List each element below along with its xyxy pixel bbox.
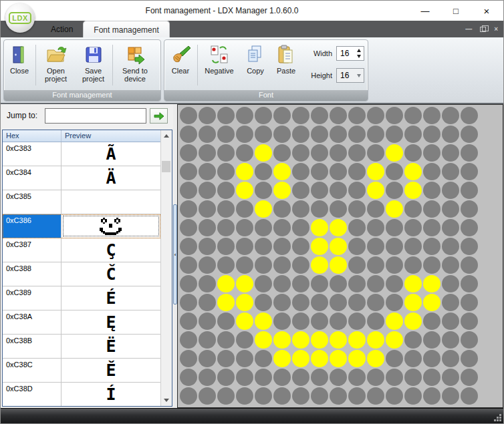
close-button[interactable]: Close [4, 41, 35, 91]
scrollbar-up-button[interactable] [161, 130, 172, 142]
led-dot-off[interactable] [292, 219, 309, 236]
led-dot-off[interactable] [217, 219, 235, 236]
led-dot-on[interactable] [348, 331, 366, 349]
led-dot-off[interactable] [199, 387, 216, 405]
led-dot-off[interactable] [348, 219, 366, 236]
led-dot-off[interactable] [461, 275, 478, 292]
led-dot-off[interactable] [404, 200, 422, 218]
led-dot-on[interactable] [292, 350, 309, 367]
led-dot-off[interactable] [404, 350, 422, 367]
led-dot-off[interactable] [217, 350, 235, 367]
led-dot-on[interactable] [217, 294, 235, 311]
led-dot-off[interactable] [255, 350, 272, 367]
led-dot-off[interactable] [255, 182, 272, 199]
led-dot-off[interactable] [423, 182, 440, 199]
led-dot-off[interactable] [236, 144, 253, 162]
led-dot-off[interactable] [217, 182, 235, 199]
led-dot-off[interactable] [255, 219, 272, 236]
led-dot-off[interactable] [273, 275, 291, 292]
led-dot-off[interactable] [348, 163, 366, 180]
led-dot-off[interactable] [348, 182, 366, 199]
led-dot-off[interactable] [180, 163, 197, 180]
led-dot-off[interactable] [461, 219, 478, 236]
led-dot-on[interactable] [273, 331, 291, 349]
preview-cell[interactable]: Í [61, 383, 160, 406]
led-dot-on[interactable] [404, 312, 422, 330]
preview-cell[interactable]: Ę [61, 310, 160, 334]
led-dot-off[interactable] [199, 144, 216, 162]
open-project-button[interactable]: Open project [37, 41, 75, 91]
led-dot-off[interactable] [461, 387, 478, 405]
scrollbar-thumb[interactable] [162, 161, 170, 172]
led-dot-off[interactable] [236, 238, 253, 255]
led-dot-off[interactable] [386, 126, 403, 143]
led-dot-off[interactable] [461, 144, 478, 162]
led-dot-off[interactable] [442, 350, 459, 367]
led-dot-off[interactable] [180, 312, 197, 330]
copy-button[interactable]: Copy [240, 41, 271, 91]
led-dot-off[interactable] [273, 219, 291, 236]
mdi-restore-button[interactable] [480, 27, 486, 32]
led-dot-on[interactable] [273, 350, 291, 367]
led-dot-off[interactable] [180, 200, 197, 218]
led-dot-off[interactable] [367, 369, 384, 386]
tab-font-management[interactable]: Font management [83, 21, 169, 37]
preview-cell[interactable]: Ë [61, 335, 160, 358]
led-dot-off[interactable] [348, 294, 366, 311]
led-dot-off[interactable] [273, 126, 291, 143]
led-dot-on[interactable] [386, 200, 403, 218]
led-dot-on[interactable] [386, 144, 403, 162]
app-logo[interactable]: LDX [5, 3, 35, 33]
clear-button[interactable]: Clear [164, 41, 197, 91]
table-row[interactable]: 0xC38CĚ [3, 359, 160, 383]
led-dot-on[interactable] [367, 182, 384, 199]
led-dot-off[interactable] [442, 238, 459, 255]
led-dot-off[interactable] [180, 238, 197, 255]
led-dot-off[interactable] [236, 387, 253, 405]
led-dot-on[interactable] [423, 294, 440, 311]
led-dot-off[interactable] [180, 350, 197, 367]
hex-cell[interactable]: 0xC383 [3, 142, 61, 166]
led-dot-off[interactable] [255, 163, 272, 180]
led-dot-off[interactable] [217, 331, 235, 349]
led-dot-off[interactable] [367, 387, 384, 405]
led-dot-off[interactable] [292, 163, 309, 180]
led-dot-off[interactable] [180, 387, 197, 405]
led-dot-off[interactable] [367, 312, 384, 330]
width-spinner[interactable]: 16 [336, 46, 364, 61]
led-dot-off[interactable] [180, 219, 197, 236]
led-dot-off[interactable] [423, 200, 440, 218]
led-dot-off[interactable] [311, 312, 328, 330]
led-dot-off[interactable] [199, 238, 216, 255]
led-dot-off[interactable] [367, 144, 384, 162]
led-dot-off[interactable] [199, 256, 216, 274]
led-dot-off[interactable] [461, 312, 478, 330]
led-dot-off[interactable] [273, 256, 291, 274]
led-dot-on[interactable] [236, 312, 253, 330]
led-dot-off[interactable] [423, 107, 440, 124]
maximize-button[interactable]: □ [440, 1, 471, 21]
led-dot-off[interactable] [442, 126, 459, 143]
resize-grip[interactable] [493, 413, 502, 422]
led-dot-off[interactable] [442, 331, 459, 349]
led-dot-off[interactable] [423, 256, 440, 274]
led-dot-off[interactable] [423, 369, 440, 386]
led-dot-off[interactable] [311, 275, 328, 292]
led-dot-off[interactable] [348, 387, 366, 405]
close-window-button[interactable]: × [471, 1, 502, 21]
led-dot-off[interactable] [236, 256, 253, 274]
table-row[interactable]: 0xC38AĘ [3, 310, 160, 335]
led-dot-off[interactable] [386, 163, 403, 180]
led-dot-off[interactable] [217, 200, 235, 218]
led-dot-off[interactable] [348, 144, 366, 162]
led-dot-off[interactable] [404, 331, 422, 349]
hex-cell[interactable]: 0xC385 [3, 190, 61, 214]
led-dot-off[interactable] [217, 256, 235, 274]
led-dot-off[interactable] [255, 256, 272, 274]
led-dot-on[interactable] [404, 163, 422, 180]
led-dot-on[interactable] [423, 275, 440, 292]
led-matrix[interactable] [177, 104, 503, 408]
led-dot-on[interactable] [292, 331, 309, 349]
jump-go-button[interactable] [150, 108, 168, 124]
led-dot-off[interactable] [236, 219, 253, 236]
